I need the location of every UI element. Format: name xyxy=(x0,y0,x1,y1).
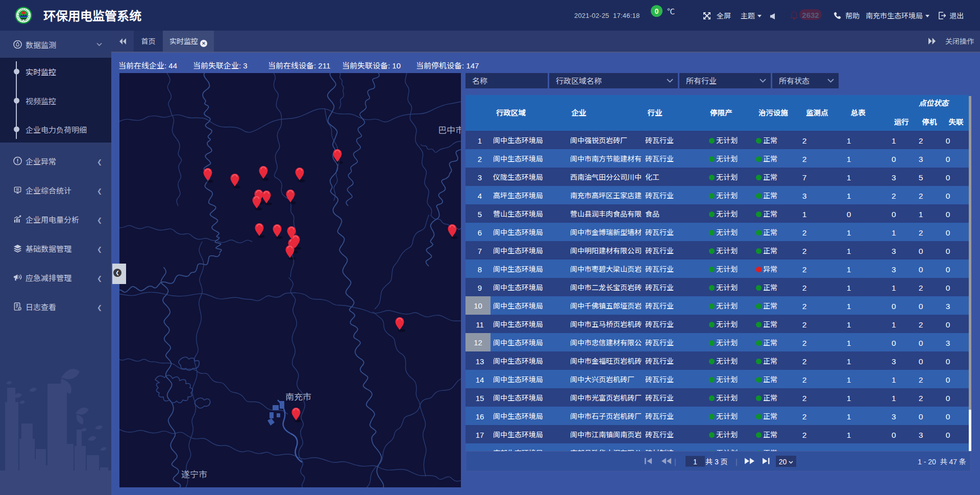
svg-text:遂宁市: 遂宁市 xyxy=(181,467,207,480)
svg-text:南充市: 南充市 xyxy=(285,390,311,403)
svg-text:巴中市: 巴中市 xyxy=(438,123,461,136)
